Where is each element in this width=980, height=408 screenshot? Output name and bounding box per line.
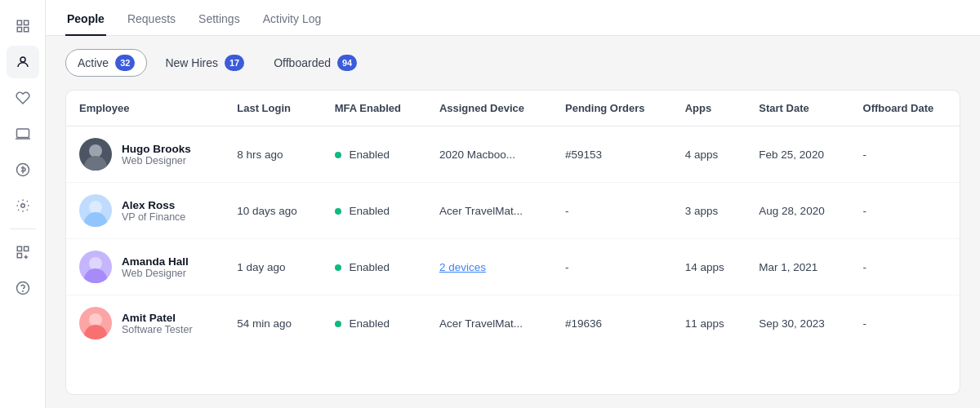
col-employee: Employee bbox=[66, 91, 224, 126]
filter-active-badge: 32 bbox=[115, 55, 135, 71]
sidebar bbox=[0, 0, 46, 408]
employee-role: Web Designer bbox=[122, 268, 189, 279]
orders-cell: - bbox=[552, 183, 672, 239]
mfa-status: Enabled bbox=[350, 317, 390, 330]
apps-cell: 11 apps bbox=[672, 295, 746, 352]
device-cell: Acer TravelMat... bbox=[426, 295, 552, 352]
employee-cell-0: Hugo Brooks Web Designer bbox=[66, 126, 224, 183]
start-date-cell: Sep 30, 2023 bbox=[746, 295, 849, 352]
tab-people[interactable]: People bbox=[65, 3, 106, 36]
avatar bbox=[79, 138, 112, 171]
orders-cell: #59153 bbox=[552, 126, 672, 183]
table-header-row: Employee Last Login MFA Enabled Assigned… bbox=[66, 91, 960, 126]
employee-cell-1: Alex Ross VP of Finance bbox=[66, 183, 224, 239]
col-start-date: Start Date bbox=[746, 91, 849, 126]
device-text: Acer TravelMat... bbox=[439, 205, 523, 217]
sidebar-divider bbox=[10, 228, 36, 229]
filter-active-label: Active bbox=[78, 56, 109, 69]
apps-cell: 3 apps bbox=[672, 183, 746, 239]
dollar-icon[interactable] bbox=[7, 153, 39, 186]
svg-point-12 bbox=[22, 290, 23, 291]
tab-requests[interactable]: Requests bbox=[126, 3, 177, 36]
mfa-cell: Enabled bbox=[322, 183, 426, 239]
tab-activity-log[interactable]: Activity Log bbox=[261, 3, 323, 36]
svg-rect-10 bbox=[17, 254, 21, 258]
employee-name: Amit Patel bbox=[122, 312, 193, 324]
filter-active[interactable]: Active 32 bbox=[65, 49, 147, 77]
offboard-date-cell: - bbox=[850, 126, 960, 183]
start-date-cell: Feb 25, 2020 bbox=[746, 126, 849, 183]
employee-name: Hugo Brooks bbox=[122, 143, 191, 155]
svg-rect-5 bbox=[16, 129, 29, 138]
last-login-cell: 54 min ago bbox=[224, 295, 322, 352]
svg-rect-2 bbox=[17, 28, 21, 32]
orders-cell: #19636 bbox=[552, 295, 672, 352]
filter-offboarded-badge: 94 bbox=[337, 55, 357, 71]
question-icon[interactable] bbox=[7, 272, 39, 304]
device-cell: Acer TravelMat... bbox=[426, 183, 552, 239]
filter-offboarded[interactable]: Offboarded 94 bbox=[262, 50, 368, 76]
svg-rect-1 bbox=[24, 20, 28, 24]
employee-name: Alex Ross bbox=[122, 199, 185, 211]
gear-icon[interactable] bbox=[7, 189, 39, 222]
people-icon[interactable] bbox=[7, 46, 39, 78]
laptop-icon[interactable] bbox=[7, 118, 39, 150]
last-login-cell: 10 days ago bbox=[224, 183, 322, 239]
offboard-date-cell: - bbox=[850, 239, 960, 295]
avatar bbox=[79, 194, 112, 227]
employee-cell-3: Amit Patel Software Tester bbox=[66, 295, 224, 352]
svg-rect-3 bbox=[24, 28, 28, 32]
svg-point-7 bbox=[20, 204, 24, 208]
top-nav: People Requests Settings Activity Log bbox=[46, 0, 980, 36]
filter-new-hires-label: New Hires bbox=[165, 56, 218, 69]
device-text: Acer TravelMat... bbox=[439, 317, 523, 330]
mfa-dot bbox=[335, 321, 341, 327]
device-cell: 2020 Macboo... bbox=[426, 126, 552, 183]
main-content: People Requests Settings Activity Log Ac… bbox=[46, 0, 980, 408]
svg-rect-9 bbox=[24, 246, 28, 251]
apps-cell: 14 apps bbox=[672, 239, 746, 295]
employee-name: Amanda Hall bbox=[122, 255, 189, 268]
last-login-cell: 1 day ago bbox=[224, 239, 322, 295]
col-last-login: Last Login bbox=[224, 91, 322, 126]
filter-new-hires[interactable]: New Hires 17 bbox=[154, 50, 256, 76]
device-link[interactable]: 2 devices bbox=[439, 261, 486, 273]
mfa-cell: Enabled bbox=[322, 126, 426, 183]
col-apps: Apps bbox=[672, 91, 746, 126]
col-mfa: MFA Enabled bbox=[322, 91, 426, 126]
filter-new-hires-badge: 17 bbox=[225, 55, 244, 71]
apps-add-icon[interactable] bbox=[7, 236, 39, 268]
mfa-status: Enabled bbox=[350, 205, 390, 217]
mfa-cell: Enabled bbox=[322, 239, 426, 295]
offboard-date-cell: - bbox=[850, 295, 960, 352]
mfa-status: Enabled bbox=[350, 149, 390, 161]
svg-rect-0 bbox=[17, 20, 21, 24]
employee-role: VP of Finance bbox=[122, 211, 185, 223]
table-row: Hugo Brooks Web Designer 8 hrs ago Enabl… bbox=[66, 126, 960, 183]
table-row: Amit Patel Software Tester 54 min ago En… bbox=[66, 295, 960, 352]
svg-point-4 bbox=[20, 57, 25, 62]
last-login-cell: 8 hrs ago bbox=[224, 126, 322, 183]
filter-offboarded-label: Offboarded bbox=[274, 56, 331, 69]
svg-rect-8 bbox=[17, 246, 21, 251]
offboard-date-cell: - bbox=[850, 183, 960, 239]
col-offboard-date: Offboard Date bbox=[850, 91, 960, 126]
mfa-cell: Enabled bbox=[322, 295, 426, 352]
device-text: 2020 Macboo... bbox=[439, 149, 515, 161]
filter-bar: Active 32 New Hires 17 Offboarded 94 bbox=[46, 36, 980, 90]
employee-table: Employee Last Login MFA Enabled Assigned… bbox=[66, 91, 960, 351]
start-date-cell: Mar 1, 2021 bbox=[746, 239, 849, 295]
employee-cell-2: Amanda Hall Web Designer bbox=[66, 239, 224, 295]
tab-settings[interactable]: Settings bbox=[197, 3, 242, 36]
start-date-cell: Aug 28, 2020 bbox=[746, 183, 849, 239]
grid-icon[interactable] bbox=[7, 10, 39, 42]
avatar bbox=[79, 251, 112, 283]
heart-icon[interactable] bbox=[7, 82, 39, 114]
col-device: Assigned Device bbox=[426, 91, 552, 126]
employee-table-container: Employee Last Login MFA Enabled Assigned… bbox=[65, 90, 960, 395]
table-row: Amanda Hall Web Designer 1 day ago Enabl… bbox=[66, 239, 960, 295]
employee-role: Software Tester bbox=[122, 324, 193, 335]
apps-cell: 4 apps bbox=[672, 126, 746, 183]
avatar bbox=[79, 307, 112, 339]
employee-role: Web Designer bbox=[122, 155, 191, 166]
